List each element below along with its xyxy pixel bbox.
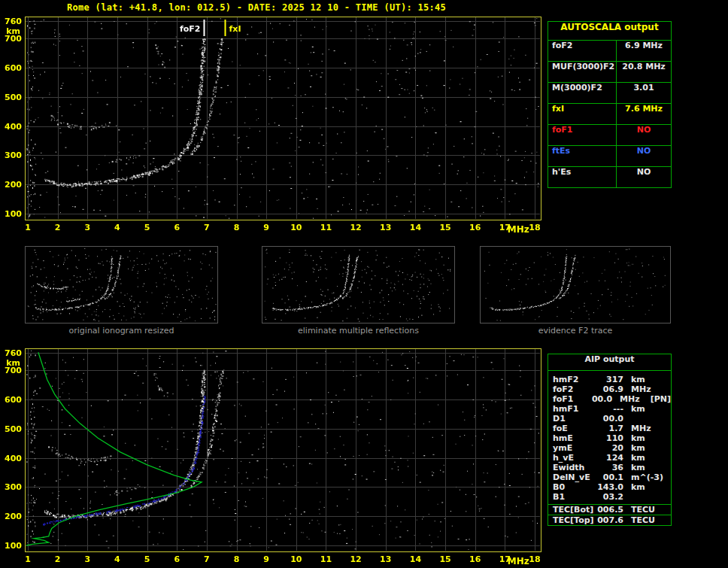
aip-row-name: foF2 [553, 384, 596, 394]
aip-row-name: ymE [553, 443, 596, 453]
aip-tec-name: TEC[Bot] [553, 505, 596, 515]
panel-eliminate-reflections [262, 246, 455, 323]
aip-row-name: h_vE [553, 453, 596, 463]
aip-row: hmF1---km [548, 404, 671, 414]
aip-row-name: hmE [553, 433, 596, 443]
autoscala-row-value: NO [617, 146, 671, 166]
aip-row-unit: m^(-3) [631, 472, 663, 482]
autoscala-row-label: foF1 [548, 125, 617, 145]
autoscala-table-title: AUTOSCALA output [548, 22, 671, 41]
autoscala-row-value: 20.8 MHz [617, 62, 671, 82]
aip-row-value: 124 [596, 453, 623, 463]
autoscala-row-value: 6.9 MHz [617, 41, 671, 61]
aip-row-name: D1 [553, 414, 596, 424]
aip-table-title: AIP output [548, 354, 671, 371]
autoscala-row: MUF(3000)F220.8 MHz [548, 62, 671, 83]
aip-tec-value: 006.5 [596, 505, 623, 515]
aip-tec-rows: TEC[Bot]006.5TECUTEC[Top]007.6TECU [548, 504, 671, 525]
panel-caption-evidence: evidence F2 trace [480, 326, 671, 336]
aip-row-value: 00.0 [590, 394, 612, 404]
aip-tec-unit: TECU [631, 505, 655, 515]
autoscala-output-table: AUTOSCALA output foF26.9 MHzMUF(3000)F22… [548, 21, 672, 188]
aip-tec-unit: TECU [631, 515, 655, 525]
aip-row-value: 317 [596, 375, 623, 384]
autoscala-row: ftEsNO [548, 146, 671, 167]
aip-row-value: 03.2 [596, 492, 623, 502]
bottom-ionogram-canvas [0, 342, 549, 568]
aip-row-unit: km [631, 443, 645, 453]
aip-row-value: 20 [596, 443, 623, 453]
autoscala-row: foF26.9 MHz [548, 41, 671, 62]
aip-row-name: hmF2 [553, 375, 596, 384]
autoscala-row-value: 7.6 MHz [617, 104, 671, 124]
aip-row: foF100.0MHz[PN] [548, 394, 671, 404]
aip-row-value: 06.9 [596, 384, 623, 394]
aip-row: ymE20km [548, 443, 671, 453]
autoscala-row: foF1NO [548, 125, 671, 146]
aip-tec-row: TEC[Top]007.6TECU [548, 515, 671, 525]
aip-row: h_vE124km [548, 453, 671, 463]
aip-row-note: [PN] [651, 394, 671, 404]
aip-tec-name: TEC[Top] [553, 515, 596, 525]
aip-row-value: 36 [596, 463, 623, 472]
aip-row-name: foF1 [553, 394, 590, 404]
aip-row: Ewidth36km [548, 463, 671, 472]
aip-row-name: hmF1 [553, 404, 596, 414]
aip-output-table: AIP output hmF2317kmfoF206.9MHzfoF100.0M… [548, 354, 672, 526]
aip-row-value: 143.0 [596, 482, 623, 492]
aip-row: hmE110km [548, 433, 671, 443]
autoscala-row-label: MUF(3000)F2 [548, 62, 617, 82]
autoscala-row-label: foF2 [548, 41, 617, 61]
autoscala-screen: Rome (lat: +41.8, lon: 012.5) - DATE: 20… [0, 0, 728, 568]
aip-row-unit: km [631, 463, 645, 472]
aip-row: B0143.0km [548, 482, 671, 492]
aip-row-unit: MHz [631, 384, 651, 394]
aip-row-value: 110 [596, 433, 623, 443]
autoscala-row-label: h'Es [548, 167, 617, 187]
autoscala-row-value: NO [617, 167, 671, 187]
aip-tec-value: 007.6 [596, 515, 623, 525]
aip-row: foF206.9MHz [548, 384, 671, 394]
aip-row: D100.0 [548, 414, 671, 424]
aip-row-name: DelN_vE [553, 472, 596, 482]
aip-row-name: Ewidth [553, 463, 596, 472]
panel-caption-original: original ionogram resized [25, 326, 218, 336]
autoscala-row-value: 3.01 [617, 83, 671, 103]
aip-row-value: 1.7 [596, 424, 623, 433]
autoscala-row: fxI7.6 MHz [548, 104, 671, 125]
autoscala-row: M(3000)F23.01 [548, 83, 671, 104]
aip-row-unit: MHz [631, 424, 651, 433]
aip-table-rows: hmF2317kmfoF206.9MHzfoF100.0MHz[PN]hmF1-… [548, 371, 671, 504]
panel-caption-eliminate: eliminate multiple reflections [262, 326, 455, 336]
aip-row-unit: km [631, 433, 645, 443]
autoscala-row-label: ftEs [548, 146, 617, 166]
aip-row-name: B0 [553, 482, 596, 492]
autoscala-table-rows: foF26.9 MHzMUF(3000)F220.8 MHzM(3000)F23… [548, 41, 671, 187]
aip-row-value: --- [596, 404, 623, 414]
autoscala-row: h'EsNO [548, 167, 671, 187]
aip-row: hmF2317km [548, 375, 671, 384]
panel-evidence-f2-trace [480, 246, 671, 323]
aip-row: DelN_vE00.1m^(-3) [548, 472, 671, 482]
aip-row: B103.2 [548, 492, 671, 502]
aip-row: foE1.7MHz [548, 424, 671, 433]
aip-row-value: 00.0 [596, 414, 623, 424]
aip-tec-row: TEC[Bot]006.5TECU [548, 504, 671, 515]
aip-row-name: B1 [553, 492, 596, 502]
aip-row-unit: MHz [620, 394, 640, 404]
aip-row-name: foE [553, 424, 596, 433]
top-ionogram-canvas [0, 11, 549, 239]
autoscala-row-value: NO [617, 125, 671, 145]
aip-row-unit: km [631, 482, 645, 492]
panel-original-ionogram [25, 246, 218, 323]
autoscala-row-label: M(3000)F2 [548, 83, 617, 103]
aip-row-unit: km [631, 404, 645, 414]
aip-row-value: 00.1 [596, 472, 623, 482]
aip-row-unit: km [631, 375, 645, 384]
autoscala-row-label: fxI [548, 104, 617, 124]
aip-row-unit: km [631, 453, 645, 463]
